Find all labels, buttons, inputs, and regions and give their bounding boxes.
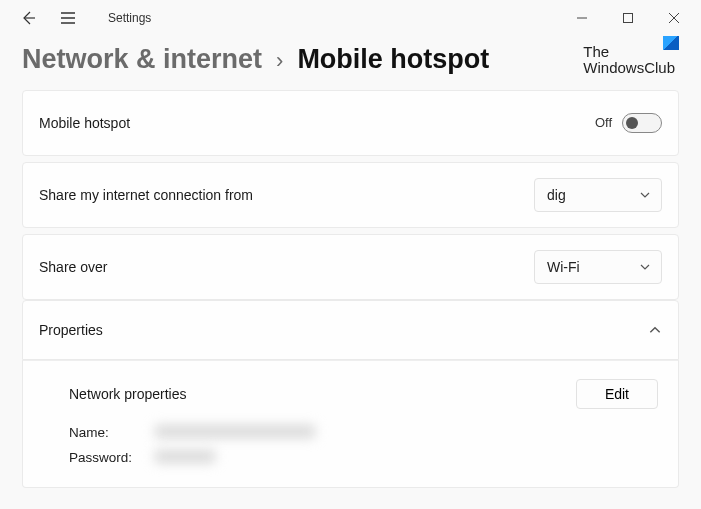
mobile-hotspot-card: Mobile hotspot Off [22, 90, 679, 156]
name-key: Name: [69, 425, 155, 440]
share-over-card: Share over Wi-Fi [22, 234, 679, 300]
properties-expander[interactable]: Properties [22, 300, 679, 360]
toggle-knob-icon [626, 117, 638, 129]
chevron-down-icon [639, 261, 651, 273]
watermark-line1: The [583, 44, 675, 60]
share-from-select[interactable]: dig [534, 178, 662, 212]
chevron-up-icon [648, 323, 662, 337]
share-from-card: Share my internet connection from dig [22, 162, 679, 228]
watermark-square-icon [663, 36, 679, 50]
hotspot-toggle[interactable] [622, 113, 662, 133]
page-header: Network & internet › Mobile hotspot The … [0, 36, 701, 90]
password-value-redacted [155, 450, 215, 463]
watermark-line2: WindowsClub [583, 60, 675, 76]
share-over-label: Share over [39, 259, 107, 275]
maximize-button[interactable] [605, 2, 651, 34]
title-bar: Settings [0, 0, 701, 36]
chevron-right-icon: › [276, 48, 283, 74]
network-properties-label: Network properties [69, 386, 187, 402]
password-key: Password: [69, 450, 155, 465]
page-title: Mobile hotspot [297, 44, 489, 75]
app-title: Settings [108, 11, 151, 25]
properties-body: Network properties Edit Name: Password: [22, 360, 679, 488]
hamburger-icon [60, 10, 76, 26]
minimize-icon [577, 13, 587, 23]
menu-button[interactable] [56, 6, 80, 30]
maximize-icon [623, 13, 633, 23]
settings-content: Mobile hotspot Off Share my internet con… [0, 90, 701, 488]
breadcrumb-parent[interactable]: Network & internet [22, 44, 262, 75]
minimize-button[interactable] [559, 2, 605, 34]
mobile-hotspot-label: Mobile hotspot [39, 115, 130, 131]
share-from-value: dig [547, 187, 566, 203]
password-row: Password: [69, 450, 658, 465]
svg-rect-0 [624, 14, 633, 23]
close-button[interactable] [651, 2, 697, 34]
name-value-redacted [155, 425, 315, 438]
share-from-label: Share my internet connection from [39, 187, 253, 203]
back-button[interactable] [16, 6, 40, 30]
chevron-down-icon [639, 189, 651, 201]
edit-button[interactable]: Edit [576, 379, 658, 409]
share-over-value: Wi-Fi [547, 259, 580, 275]
properties-group: Properties Network properties Edit Name:… [22, 300, 679, 488]
properties-header-label: Properties [39, 322, 103, 338]
close-icon [669, 13, 679, 23]
name-row: Name: [69, 425, 658, 440]
breadcrumb: Network & internet › Mobile hotspot [22, 44, 489, 75]
hotspot-state-text: Off [595, 115, 612, 130]
arrow-left-icon [20, 10, 36, 26]
share-over-select[interactable]: Wi-Fi [534, 250, 662, 284]
watermark-logo: The WindowsClub [583, 44, 679, 76]
